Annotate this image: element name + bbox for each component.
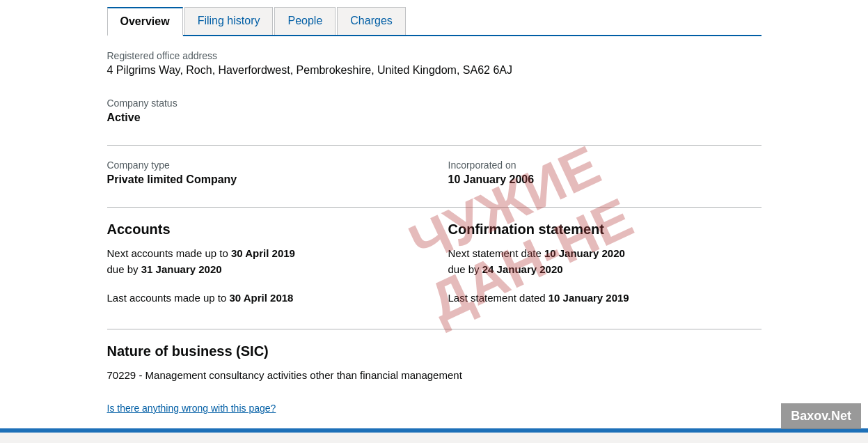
- tab-overview[interactable]: Overview: [107, 7, 183, 36]
- incorporated-section: Incorporated on 10 January 2006: [448, 160, 762, 186]
- accounts-section: Accounts Next accounts made up to 30 Apr…: [107, 222, 420, 308]
- next-statement-date: 10 January 2020: [544, 247, 625, 259]
- confirmation-heading: Confirmation statement: [448, 222, 762, 238]
- company-type-value: Private limited Company: [107, 173, 420, 186]
- incorporated-value: 10 January 2006: [448, 173, 762, 186]
- confirmation-section: Confirmation statement Next statement da…: [448, 222, 762, 308]
- last-statement-date: 10 January 2019: [549, 292, 629, 304]
- due-accounts-date: 31 January 2020: [141, 263, 222, 275]
- company-status-section: Company status Active: [107, 98, 762, 124]
- incorporated-label: Incorporated on: [448, 160, 762, 171]
- footer-links: Policies Cookies Contact us Developers: [0, 433, 868, 443]
- type-incorporated-row: Company type Private limited Company Inc…: [107, 160, 762, 186]
- registered-office-value: 4 Pilgrims Way, Roch, Haverfordwest, Pem…: [107, 64, 762, 77]
- divider-1: [107, 145, 762, 146]
- last-statement-line: Last statement dated 10 January 2019: [448, 292, 762, 304]
- tab-people[interactable]: People: [274, 7, 336, 35]
- baxov-badge: Baxov.Net: [781, 403, 861, 429]
- accounts-heading: Accounts: [107, 222, 420, 238]
- tab-charges[interactable]: Charges: [337, 7, 405, 35]
- divider-3: [107, 329, 762, 329]
- accounts-confirmation-row: Accounts Next accounts made up to 30 Apr…: [107, 222, 762, 308]
- tabs-nav: Overview Filing history People Charges: [107, 7, 762, 36]
- tab-filing-history[interactable]: Filing history: [184, 7, 274, 35]
- due-statement-date: 24 January 2020: [482, 263, 563, 275]
- due-accounts-line: due by 31 January 2020: [107, 263, 420, 275]
- registered-office-section: Registered office address 4 Pilgrims Way…: [107, 50, 762, 77]
- company-status-label: Company status: [107, 98, 762, 109]
- main-content: ЧУЖИЕ ДАН-НЕ Registered office address 4…: [107, 50, 762, 414]
- company-status-value: Active: [107, 111, 762, 124]
- next-accounts-date: 30 April 2019: [231, 247, 295, 259]
- company-type-label: Company type: [107, 160, 420, 171]
- feedback-link[interactable]: Is there anything wrong with this page?: [107, 403, 276, 414]
- company-type-section: Company type Private limited Company: [107, 160, 420, 186]
- next-statement-line: Next statement date 10 January 2020: [448, 247, 762, 259]
- last-accounts-line: Last accounts made up to 30 April 2018: [107, 292, 420, 304]
- sic-value: 70229 - Management consultancy activitie…: [107, 369, 762, 381]
- nature-of-business-heading: Nature of business (SIC): [107, 343, 762, 359]
- next-accounts-line: Next accounts made up to 30 April 2019: [107, 247, 420, 259]
- nature-of-business-section: Nature of business (SIC) 70229 - Managem…: [107, 343, 762, 381]
- divider-2: [107, 207, 762, 208]
- last-accounts-date: 30 April 2018: [229, 292, 293, 304]
- due-statement-line: due by 24 January 2020: [448, 263, 762, 275]
- registered-office-label: Registered office address: [107, 50, 762, 61]
